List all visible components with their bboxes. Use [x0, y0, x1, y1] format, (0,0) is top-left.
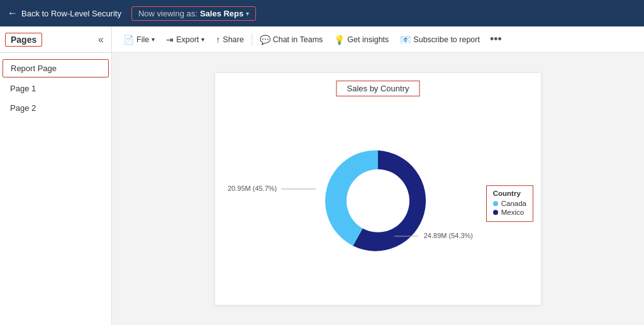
canada-connector-line: [281, 185, 319, 193]
chart-legend: Country Canada Mexico: [486, 185, 533, 222]
chat-label: Chat in Teams: [273, 35, 323, 44]
donut-svg: [315, 138, 441, 264]
file-icon: 📄: [123, 35, 134, 45]
export-label: Export: [176, 35, 199, 44]
subscribe-button[interactable]: 📧 Subscribe to report: [395, 32, 485, 47]
canada-value: 20.95M (45.7%): [228, 185, 277, 192]
sidebar-item-report-page[interactable]: Report Page: [3, 59, 109, 77]
get-insights-button[interactable]: 💡 Get insights: [329, 32, 394, 47]
chart-title: Sales by Country: [336, 81, 420, 96]
chart-title-text: Sales by Country: [347, 84, 409, 93]
share-label: Share: [223, 35, 243, 44]
sidebar-item-page1-label: Page 1: [10, 84, 36, 93]
toolbar-actions: 📄 File ▾ ⇥ Export ▾ ↑ Share 💬 Chat in Te…: [113, 31, 639, 47]
back-arrow-icon: ←: [8, 8, 18, 19]
viewing-as-badge[interactable]: Now viewing as: Sales Reps ▾: [131, 6, 256, 21]
sales-by-country-chart[interactable]: Sales by Country: [214, 72, 541, 305]
viewing-as-prefix: Now viewing as:: [138, 9, 197, 18]
legend-title: Country: [493, 190, 526, 197]
collapse-sidebar-button[interactable]: «: [96, 33, 106, 47]
donut-hole: [347, 169, 409, 232]
canada-legend-label: Canada: [501, 200, 526, 207]
viewing-as-chevron-icon: ▾: [246, 10, 249, 17]
mexico-connector-line: [394, 232, 419, 240]
export-chevron-icon: ▾: [201, 36, 204, 43]
file-chevron-icon: ▾: [152, 36, 155, 43]
subscribe-icon: 📧: [400, 35, 411, 45]
canada-data-label: 20.95M (45.7%): [228, 185, 319, 193]
sidebar-item-page2-label: Page 2: [10, 103, 36, 113]
teams-icon: 💬: [260, 35, 270, 45]
mexico-legend-dot: [493, 210, 498, 215]
back-to-rls-button[interactable]: ← Back to Row-Level Security: [8, 8, 121, 19]
toolbar-separator-1: [252, 33, 252, 46]
share-button[interactable]: ↑ Share: [211, 32, 248, 47]
main-content: Report Page Page 1 Page 2 Sales by Count…: [0, 53, 644, 325]
export-icon: ⇥: [166, 35, 174, 45]
insights-label: Get insights: [347, 35, 389, 44]
pages-panel-header: Pages «: [0, 26, 112, 52]
pages-label: Pages: [5, 33, 42, 47]
sidebar-item-page1[interactable]: Page 1: [0, 79, 111, 98]
export-button[interactable]: ⇥ Export ▾: [161, 32, 209, 47]
sidebar-item-report-page-label: Report Page: [11, 64, 57, 73]
file-button[interactable]: 📄 File ▾: [118, 32, 160, 47]
pages-sidebar: Report Page Page 1 Page 2: [0, 53, 112, 325]
subscribe-label: Subscribe to report: [413, 35, 480, 44]
sidebar-item-page2[interactable]: Page 2: [0, 98, 111, 118]
mexico-value: 24.89M (54.3%): [424, 232, 473, 239]
mexico-data-label: 24.89M (54.3%): [394, 232, 473, 240]
share-icon: ↑: [216, 35, 220, 45]
chat-in-teams-button[interactable]: 💬 Chat in Teams: [255, 32, 328, 47]
report-toolbar: Pages « 📄 File ▾ ⇥ Export ▾ ↑ Share 💬 Ch…: [0, 26, 644, 53]
mexico-legend-label: Mexico: [501, 208, 524, 216]
top-navigation-bar: ← Back to Row-Level Security Now viewing…: [0, 0, 644, 26]
donut-chart: [315, 138, 441, 266]
legend-item-canada: Canada: [493, 200, 526, 207]
file-label: File: [136, 35, 149, 44]
legend-item-mexico: Mexico: [493, 208, 526, 216]
back-label: Back to Row-Level Security: [21, 9, 121, 18]
more-options-button[interactable]: •••: [486, 31, 506, 47]
report-canvas: Sales by Country: [112, 53, 644, 325]
canada-legend-dot: [493, 201, 498, 206]
insights-icon: 💡: [334, 35, 345, 45]
viewing-as-value: Sales Reps: [200, 9, 243, 18]
